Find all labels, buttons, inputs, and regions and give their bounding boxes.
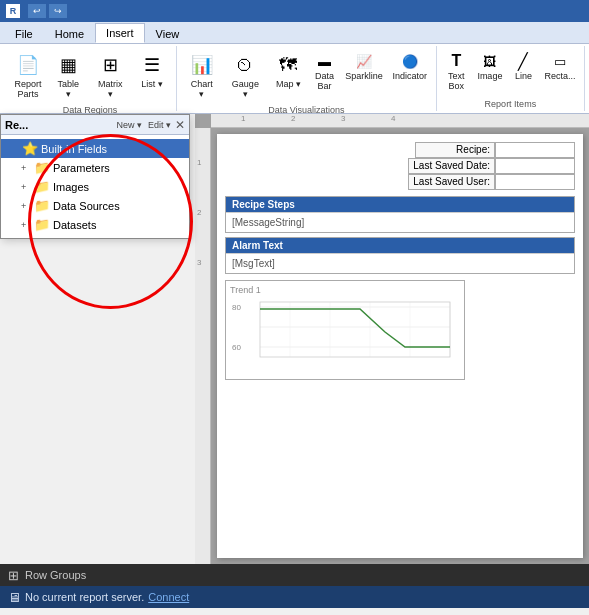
report-parts-label: ReportParts [14,80,41,100]
indicator-icon: 🔵 [400,51,420,71]
undo-button[interactable]: ↩ [28,4,46,18]
row-groups-label: Row Groups [25,569,86,581]
canvas-area: 1 2 3 4 1 2 3 Recipe: [195,114,589,564]
trend-chart-area: 80 60 [230,297,460,367]
svg-text:80: 80 [232,303,241,312]
tab-home[interactable]: Home [44,23,95,43]
gauge-button[interactable]: ⏲ Gauge ▾ [224,48,266,103]
tree-item-images-label: Images [53,181,89,193]
rectangle-button[interactable]: ▭ Recta... [541,48,578,85]
tree-item-datasets-label: Datasets [53,219,96,231]
tab-insert[interactable]: Insert [95,23,145,43]
sparkline-label: Sparkline [345,72,383,82]
recipe-steps-body: [MessageString] [226,212,574,232]
report-parts-icon: 📄 [14,51,42,79]
data-bar-button[interactable]: ▬ DataBar [310,48,338,95]
matrix-label: Matrix ▾ [95,80,127,100]
report-canvas: Recipe: Last Saved Date: Last Saved User… [217,134,583,558]
report-panel-tree: ⭐ Built-in Fields + 📁 Parameters + 📁 Ima… [1,135,189,238]
line-icon: ╱ [513,51,533,71]
title-bar: R ↩ ↪ [0,0,589,22]
data-sources-folder-icon: 📁 [34,198,50,213]
ruler-horizontal: 1 2 3 4 [211,114,589,128]
map-label: Map ▾ [276,80,301,90]
report-parts-button[interactable]: 📄 ReportParts [10,48,46,103]
ribbon-group-dataviz: 📊 Chart ▾ ⏲ Gauge ▾ 🗺 Map ▾ ▬ DataBar 📈 … [177,46,437,111]
list-label: List ▾ [141,80,163,90]
text-box-icon: T [446,51,466,71]
ribbon-group-parts-items: 📄 ReportParts ▦ Table ▾ ⊞ Matrix ▾ ☰ Lis… [10,48,170,103]
last-saved-date-label: Last Saved Date: [408,158,495,174]
report-panel-close-button[interactable]: ✕ [175,118,185,132]
last-saved-user-row: Last Saved User: [408,174,575,190]
redo-button[interactable]: ↪ [49,4,67,18]
tree-item-parameters[interactable]: + 📁 Parameters [1,158,189,177]
ruler-mark-2: 2 [291,114,295,123]
trend-chart-title: Trend 1 [230,285,460,295]
tree-item-data-sources-label: Data Sources [53,200,120,212]
report-panel-edit-button[interactable]: Edit ▾ [146,120,173,130]
image-button[interactable]: 🖼 Image [474,48,505,85]
last-saved-user-value [495,174,575,190]
status-bar: 🖥 No current report server. Connect [0,586,589,608]
parameters-folder-icon: 📁 [34,160,50,175]
text-box-label: TextBox [448,72,465,92]
tree-expand-images: + [21,182,31,192]
ribbon-tabs: File Home Insert View [0,22,589,44]
indicator-button[interactable]: 🔵 Indicator [390,48,430,85]
ruler-vertical: 1 2 3 [195,128,211,564]
table-button[interactable]: ▦ Table ▾ [50,48,87,103]
svg-text:60: 60 [232,343,241,352]
connect-link[interactable]: Connect [148,591,189,603]
title-bar-buttons: ↩ ↪ [28,4,67,18]
ribbon-group-report-items: T TextBox 🖼 Image ╱ Line ▭ Recta... Repo… [437,46,585,111]
recipe-row: Recipe: [415,142,575,158]
tree-item-parameters-label: Parameters [53,162,110,174]
report-panel-new-button[interactable]: New ▾ [114,120,144,130]
rectangle-label: Recta... [544,72,575,82]
tree-expand-parameters: + [21,163,31,173]
app-icon: R [6,4,20,18]
main-area: Re... New ▾ Edit ▾ ✕ ⭐ Built-in Fields +… [0,114,589,564]
status-bar-text: No current report server. [25,591,144,603]
tree-item-built-in-fields[interactable]: ⭐ Built-in Fields [1,139,189,158]
row-groups-bar: ⊞ Row Groups [0,564,589,586]
data-bar-label: DataBar [315,72,334,92]
tree-item-datasets[interactable]: + 📁 Datasets [1,215,189,234]
ruler-v-mark-3: 3 [197,258,201,267]
ribbon-body: 📄 ReportParts ▦ Table ▾ ⊞ Matrix ▾ ☰ Lis… [0,44,589,114]
alarm-text-section: Alarm Text [MsgText] [225,237,575,274]
tab-file[interactable]: File [4,23,44,43]
table-icon: ▦ [54,51,82,79]
list-icon: ☰ [138,51,166,79]
ruler-mark-4: 4 [391,114,395,123]
line-button[interactable]: ╱ Line [509,48,537,85]
line-label: Line [515,72,532,82]
tree-item-built-in-fields-label: Built-in Fields [41,143,107,155]
map-button[interactable]: 🗺 Map ▾ [270,48,306,93]
tab-view[interactable]: View [145,23,191,43]
ribbon-group-report-items-label: Report Items [485,99,537,111]
list-button[interactable]: ☰ List ▾ [134,48,170,93]
gauge-label: Gauge ▾ [228,80,262,100]
trend-chart-svg: 80 60 [230,297,460,362]
chart-button[interactable]: 📊 Chart ▾ [183,48,220,103]
tree-item-data-sources[interactable]: + 📁 Data Sources [1,196,189,215]
svg-rect-10 [260,302,450,357]
indicator-label: Indicator [392,72,427,82]
ruler-v-mark-1: 1 [197,158,201,167]
alarm-text-header: Alarm Text [226,238,574,253]
alarm-text-body: [MsgText] [226,253,574,273]
status-bar-icon: 🖥 [8,590,21,605]
chart-label: Chart ▾ [187,80,216,100]
text-box-button[interactable]: T TextBox [442,48,470,95]
report-panel-title: Re... [5,119,28,131]
gauge-icon: ⏲ [231,51,259,79]
sparkline-button[interactable]: 📈 Sparkline [342,48,385,85]
tree-item-images[interactable]: + 📁 Images [1,177,189,196]
map-icon: 🗺 [274,51,302,79]
matrix-button[interactable]: ⊞ Matrix ▾ [91,48,131,103]
ribbon-group-report-items-items: T TextBox 🖼 Image ╱ Line ▭ Recta... [442,48,578,97]
datasets-folder-icon: 📁 [34,217,50,232]
data-bar-icon: ▬ [314,51,334,71]
